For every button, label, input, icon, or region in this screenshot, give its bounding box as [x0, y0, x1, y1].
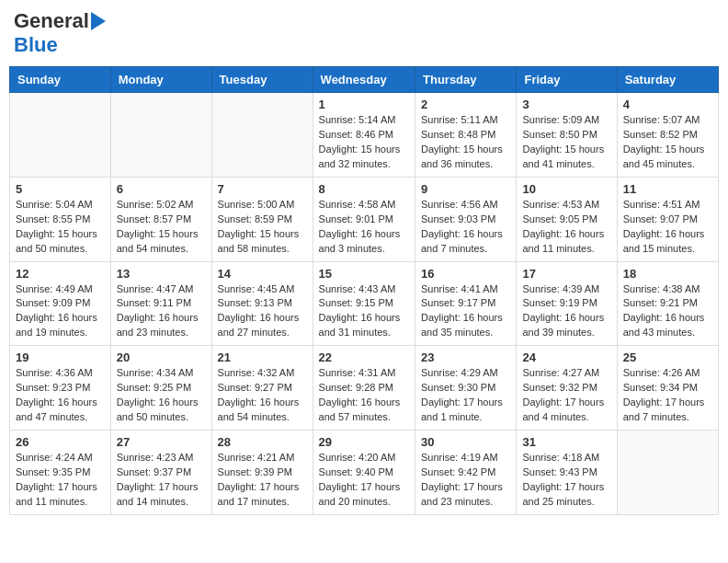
- day-number: 24: [522, 350, 610, 364]
- day-info: Sunrise: 4:34 AM Sunset: 9:25 PM Dayligh…: [117, 366, 206, 425]
- weekday-header-wednesday: Wednesday: [313, 67, 415, 93]
- calendar-cell: 19Sunrise: 4:36 AM Sunset: 9:23 PM Dayli…: [10, 346, 111, 431]
- logo-blue-text: Blue: [14, 33, 58, 57]
- day-info: Sunrise: 4:41 AM Sunset: 9:17 PM Dayligh…: [421, 282, 510, 341]
- day-info: Sunrise: 4:36 AM Sunset: 9:23 PM Dayligh…: [16, 366, 105, 425]
- day-info: Sunrise: 4:43 AM Sunset: 9:15 PM Dayligh…: [319, 282, 409, 341]
- calendar-cell: [110, 93, 211, 178]
- calendar-table: SundayMondayTuesdayWednesdayThursdayFrid…: [9, 66, 719, 515]
- calendar-cell: 18Sunrise: 4:38 AM Sunset: 9:21 PM Dayli…: [617, 261, 718, 346]
- day-number: 27: [117, 435, 206, 449]
- day-info: Sunrise: 4:38 AM Sunset: 9:21 PM Dayligh…: [623, 282, 712, 341]
- calendar-cell: 31Sunrise: 4:18 AM Sunset: 9:43 PM Dayli…: [517, 431, 617, 515]
- logo-general-text: General: [14, 9, 89, 33]
- calendar-cell: [10, 93, 111, 178]
- day-number: 1: [319, 98, 409, 111]
- calendar-cell: 15Sunrise: 4:43 AM Sunset: 9:15 PM Dayli…: [313, 261, 415, 346]
- day-number: 26: [16, 435, 105, 449]
- calendar-cell: 24Sunrise: 4:27 AM Sunset: 9:32 PM Dayli…: [517, 346, 617, 431]
- day-number: 22: [319, 350, 409, 364]
- day-info: Sunrise: 4:39 AM Sunset: 9:19 PM Dayligh…: [522, 282, 610, 341]
- day-info: Sunrise: 4:21 AM Sunset: 9:39 PM Dayligh…: [218, 451, 307, 510]
- day-info: Sunrise: 4:51 AM Sunset: 9:07 PM Dayligh…: [623, 198, 712, 257]
- day-number: 4: [623, 98, 712, 111]
- day-info: Sunrise: 4:24 AM Sunset: 9:35 PM Dayligh…: [16, 451, 105, 510]
- day-number: 11: [623, 182, 712, 196]
- day-number: 31: [522, 435, 610, 449]
- day-info: Sunrise: 4:45 AM Sunset: 9:13 PM Dayligh…: [218, 282, 307, 341]
- day-number: 17: [522, 267, 610, 281]
- calendar-cell: 8Sunrise: 4:58 AM Sunset: 9:01 PM Daylig…: [313, 177, 415, 261]
- day-number: 28: [218, 435, 307, 449]
- calendar-cell: 12Sunrise: 4:49 AM Sunset: 9:09 PM Dayli…: [10, 261, 111, 346]
- day-number: 6: [117, 182, 206, 196]
- day-number: 15: [319, 267, 409, 281]
- day-info: Sunrise: 4:27 AM Sunset: 9:32 PM Dayligh…: [522, 366, 610, 425]
- day-info: Sunrise: 4:56 AM Sunset: 9:03 PM Dayligh…: [421, 198, 510, 257]
- day-info: Sunrise: 4:53 AM Sunset: 9:05 PM Dayligh…: [522, 198, 610, 257]
- day-number: 7: [218, 182, 307, 196]
- calendar-cell: 6Sunrise: 5:02 AM Sunset: 8:57 PM Daylig…: [110, 177, 211, 261]
- weekday-header-thursday: Thursday: [415, 67, 517, 93]
- day-info: Sunrise: 5:07 AM Sunset: 8:52 PM Dayligh…: [623, 113, 712, 172]
- day-info: Sunrise: 4:26 AM Sunset: 9:34 PM Dayligh…: [623, 366, 712, 425]
- day-number: 30: [421, 435, 510, 449]
- day-info: Sunrise: 5:11 AM Sunset: 8:48 PM Dayligh…: [421, 113, 510, 172]
- calendar-cell: 14Sunrise: 4:45 AM Sunset: 9:13 PM Dayli…: [211, 261, 313, 346]
- day-info: Sunrise: 4:32 AM Sunset: 9:27 PM Dayligh…: [218, 366, 307, 425]
- day-number: 2: [421, 98, 510, 111]
- day-info: Sunrise: 4:47 AM Sunset: 9:11 PM Dayligh…: [117, 282, 206, 341]
- calendar-cell: 30Sunrise: 4:19 AM Sunset: 9:42 PM Dayli…: [415, 431, 517, 515]
- day-number: 25: [623, 350, 712, 364]
- day-info: Sunrise: 4:58 AM Sunset: 9:01 PM Dayligh…: [319, 198, 409, 257]
- weekday-header-saturday: Saturday: [617, 67, 718, 93]
- calendar-cell: 28Sunrise: 4:21 AM Sunset: 9:39 PM Dayli…: [211, 431, 313, 515]
- calendar-cell: [211, 93, 313, 178]
- day-number: 10: [522, 182, 610, 196]
- calendar-cell: 22Sunrise: 4:31 AM Sunset: 9:28 PM Dayli…: [313, 346, 415, 431]
- page-header: General Blue: [9, 9, 719, 57]
- calendar-cell: 4Sunrise: 5:07 AM Sunset: 8:52 PM Daylig…: [617, 93, 718, 178]
- logo: General Blue: [14, 9, 106, 57]
- calendar-cell: 26Sunrise: 4:24 AM Sunset: 9:35 PM Dayli…: [10, 431, 111, 515]
- calendar-cell: 11Sunrise: 4:51 AM Sunset: 9:07 PM Dayli…: [617, 177, 718, 261]
- calendar-cell: 9Sunrise: 4:56 AM Sunset: 9:03 PM Daylig…: [415, 177, 517, 261]
- day-info: Sunrise: 5:02 AM Sunset: 8:57 PM Dayligh…: [117, 198, 206, 257]
- weekday-header-monday: Monday: [110, 67, 211, 93]
- calendar-cell: 10Sunrise: 4:53 AM Sunset: 9:05 PM Dayli…: [517, 177, 617, 261]
- calendar-cell: [617, 431, 718, 515]
- weekday-header-sunday: Sunday: [10, 67, 111, 93]
- day-info: Sunrise: 4:23 AM Sunset: 9:37 PM Dayligh…: [117, 451, 206, 510]
- calendar-cell: 29Sunrise: 4:20 AM Sunset: 9:40 PM Dayli…: [313, 431, 415, 515]
- day-number: 14: [218, 267, 307, 281]
- day-number: 9: [421, 182, 510, 196]
- day-number: 8: [319, 182, 409, 196]
- day-number: 21: [218, 350, 307, 364]
- day-info: Sunrise: 5:14 AM Sunset: 8:46 PM Dayligh…: [319, 113, 409, 172]
- day-info: Sunrise: 5:04 AM Sunset: 8:55 PM Dayligh…: [16, 198, 105, 257]
- day-info: Sunrise: 4:31 AM Sunset: 9:28 PM Dayligh…: [319, 366, 409, 425]
- day-info: Sunrise: 4:29 AM Sunset: 9:30 PM Dayligh…: [421, 366, 510, 425]
- day-number: 3: [522, 98, 610, 111]
- day-info: Sunrise: 4:18 AM Sunset: 9:43 PM Dayligh…: [522, 451, 610, 510]
- calendar-cell: 21Sunrise: 4:32 AM Sunset: 9:27 PM Dayli…: [211, 346, 313, 431]
- calendar-cell: 17Sunrise: 4:39 AM Sunset: 9:19 PM Dayli…: [517, 261, 617, 346]
- calendar-cell: 27Sunrise: 4:23 AM Sunset: 9:37 PM Dayli…: [110, 431, 211, 515]
- calendar-cell: 3Sunrise: 5:09 AM Sunset: 8:50 PM Daylig…: [517, 93, 617, 178]
- day-number: 13: [117, 267, 206, 281]
- day-info: Sunrise: 5:09 AM Sunset: 8:50 PM Dayligh…: [522, 113, 610, 172]
- calendar-cell: 7Sunrise: 5:00 AM Sunset: 8:59 PM Daylig…: [211, 177, 313, 261]
- day-info: Sunrise: 4:19 AM Sunset: 9:42 PM Dayligh…: [421, 451, 510, 510]
- day-number: 18: [623, 267, 712, 281]
- day-info: Sunrise: 5:00 AM Sunset: 8:59 PM Dayligh…: [218, 198, 307, 257]
- day-number: 16: [421, 267, 510, 281]
- calendar-cell: 20Sunrise: 4:34 AM Sunset: 9:25 PM Dayli…: [110, 346, 211, 431]
- calendar-cell: 16Sunrise: 4:41 AM Sunset: 9:17 PM Dayli…: [415, 261, 517, 346]
- day-number: 12: [16, 267, 105, 281]
- calendar-cell: 13Sunrise: 4:47 AM Sunset: 9:11 PM Dayli…: [110, 261, 211, 346]
- day-number: 23: [421, 350, 510, 364]
- weekday-header-tuesday: Tuesday: [211, 67, 313, 93]
- day-info: Sunrise: 4:20 AM Sunset: 9:40 PM Dayligh…: [319, 451, 409, 510]
- day-number: 20: [117, 350, 206, 364]
- day-number: 29: [319, 435, 409, 449]
